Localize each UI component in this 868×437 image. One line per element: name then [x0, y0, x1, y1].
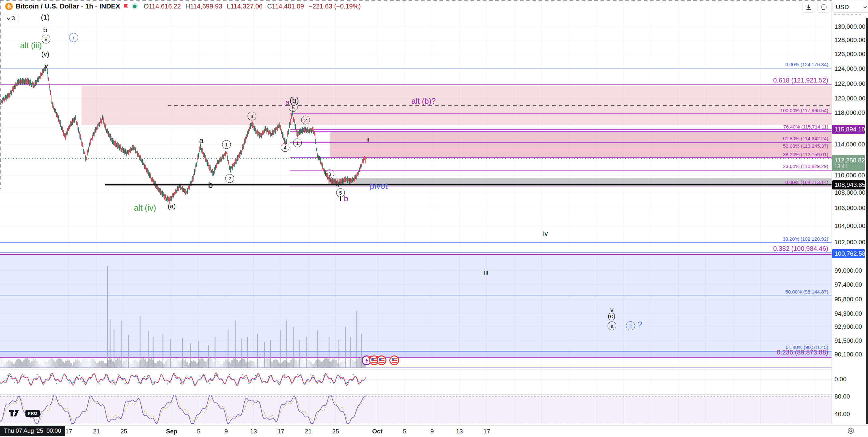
- oscillator-dot: [258, 376, 259, 377]
- level-price-badge: 108,943.85: [832, 180, 865, 190]
- oscillator-dot: [190, 376, 191, 377]
- time-axis-label: 21: [305, 428, 311, 435]
- oscillator-dot: [72, 382, 73, 383]
- oscillator-dot: [180, 383, 181, 384]
- covered-axis-label: [834, 14, 861, 15]
- candlestick-series-up: [0, 64, 364, 202]
- time-axis-label: 5: [403, 428, 407, 435]
- oscillator-dot: [154, 383, 155, 384]
- oscillator-dot: [137, 382, 138, 383]
- oscillator-dot: [66, 376, 67, 377]
- symbol-title[interactable]: Bitcoin / U.S. Dollar · 1h · INDEX: [16, 2, 120, 10]
- bitcoin-icon: ₿: [5, 3, 13, 10]
- oscillator-dot: [320, 382, 321, 382]
- oscillator-dot: [248, 383, 249, 384]
- oscillator-dot: [1, 383, 2, 384]
- zone-stoch-band: [0, 397, 832, 423]
- flag-icon[interactable]: [123, 4, 129, 9]
- time-axis-label: 21: [93, 428, 100, 435]
- price-axis[interactable]: 130,000.00128,000.00126,000.00124,000.00…: [832, 0, 866, 425]
- time-axis-label: Oct: [372, 428, 382, 435]
- time-axis-label: Sep: [166, 428, 178, 435]
- download-button[interactable]: [802, 2, 815, 13]
- fullscreen-button[interactable]: [817, 2, 830, 13]
- time-axis-label: 25: [120, 428, 127, 435]
- axis-settings-gear-icon[interactable]: [847, 427, 854, 436]
- oscillator-dot: [284, 374, 285, 375]
- oscillator-dot: [186, 375, 187, 376]
- zone-blue-support-sub: [0, 351, 832, 358]
- oscillator-dot: [209, 383, 210, 384]
- price-axis-label: 110,000.00: [834, 172, 865, 179]
- oscillator-dot: [203, 375, 204, 376]
- oscillator-dot: [206, 382, 207, 382]
- time-axis-label: 9: [224, 428, 228, 435]
- oscillator-dot: [323, 375, 324, 376]
- oscillator-dot: [56, 383, 57, 384]
- symbol-legend: ₿ Bitcoin / U.S. Dollar · 1h · INDEX O11…: [5, 1, 361, 11]
- oscillator-dot: [333, 382, 334, 383]
- ohlc-pair: C114,401.09: [267, 3, 304, 10]
- oscillator-dot: [92, 374, 93, 375]
- fullscreen-icon: [821, 4, 827, 10]
- oscillator-dot: [271, 375, 272, 376]
- oscillator-dot: [216, 374, 217, 375]
- price-axis-label: 120,000.00: [834, 95, 865, 102]
- selection-dash-top: [0, 0, 832, 1]
- time-axis-label: 17: [483, 428, 490, 435]
- oscillator-dot: [173, 374, 174, 375]
- market-status-icon[interactable]: [132, 3, 138, 9]
- oscillator-dot: [85, 383, 86, 384]
- zone-gray-pivot-band: [329, 178, 832, 184]
- tradingview-chart-window: 0.00% (124,176.34)38.20% (102,128.92)50.…: [0, 0, 868, 437]
- oscillator-dot: [14, 382, 15, 382]
- price-axis-label: 99,000.00: [834, 267, 862, 274]
- oscillator-dot: [242, 374, 243, 375]
- price-axis-label: 126,000.00: [834, 51, 865, 58]
- time-axis-label: 13: [456, 428, 463, 435]
- last-price-badge: 112,258.8213:41: [832, 155, 865, 171]
- chart-canvas[interactable]: [0, 0, 832, 425]
- oscillator-dot: [317, 383, 318, 384]
- price-axis-label: 122,000.00: [834, 80, 865, 87]
- selection-dash-left: [0, 0, 1, 189]
- chevron-down-icon: [6, 17, 10, 20]
- price-axis-label: 80.00: [834, 393, 850, 400]
- oscillator-dot: [36, 374, 37, 375]
- time-axis-label: 5: [197, 428, 201, 435]
- oscillator-dot: [79, 375, 80, 376]
- window-edge-strip: [866, 18, 868, 424]
- collapse-wave-counts-button[interactable]: 3: [3, 14, 19, 23]
- currency-label: USD: [836, 4, 849, 11]
- oscillator-dot: [118, 374, 119, 375]
- ohlc-pair: H114,699.93: [185, 3, 222, 10]
- zone-blue-support-main: [0, 255, 832, 358]
- time-axis[interactable]: Thu 07 Aug '25 00:00 172125Sep5913172125…: [0, 425, 868, 437]
- tradingview-logo[interactable]: PRO: [9, 409, 40, 417]
- oscillator-dot: [124, 383, 125, 384]
- ohlc-pair: L114,327.06: [227, 3, 262, 10]
- first-bar-time-badge: Thu 07 Aug '25 00:00: [0, 426, 65, 436]
- oscillator-dot: [144, 376, 145, 377]
- oscillator-dot: [229, 374, 230, 375]
- time-axis-label: 9: [430, 428, 434, 435]
- pro-badge[interactable]: PRO: [25, 410, 40, 417]
- tradingview-logo-icon: [9, 409, 23, 417]
- oscillator-dot: [268, 376, 269, 377]
- oscillator-dot: [131, 375, 132, 376]
- oscillator-dot: [359, 383, 360, 384]
- pane-separator-1[interactable]: [0, 369, 868, 370]
- oscillator-dot: [255, 375, 256, 376]
- price-axis-label: 130,000.00: [834, 23, 865, 30]
- time-axis-label: 17: [65, 428, 72, 435]
- oscillator-dot: [222, 383, 223, 384]
- pane-separator-2[interactable]: [0, 394, 868, 395]
- oscillator-dot: [112, 383, 113, 384]
- oscillator-dot: [98, 383, 99, 384]
- oscillator-dot: [69, 382, 70, 383]
- oscillator-dot: [82, 381, 83, 382]
- collapse-count: 3: [12, 15, 15, 22]
- currency-selector[interactable]: USD: [832, 2, 868, 13]
- change-value: −221.63 (−0.19%): [309, 3, 361, 10]
- ohlc-values: O114,616.22H114,699.93L114,327.06C114,40…: [144, 3, 361, 10]
